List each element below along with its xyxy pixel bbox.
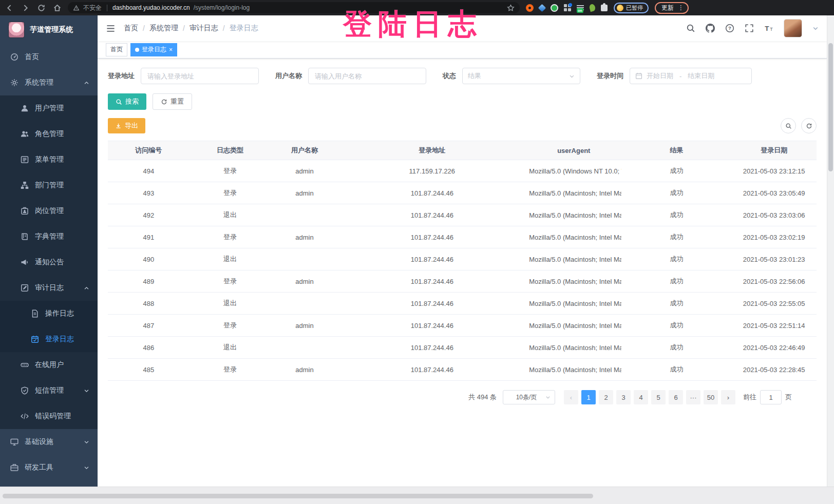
page-button[interactable]: › xyxy=(721,390,735,404)
cell-result: 成功 xyxy=(621,293,731,315)
user-avatar[interactable] xyxy=(784,19,802,37)
sidebar-item[interactable]: 错误码管理 xyxy=(0,403,98,429)
sidebar-item[interactable]: 用户管理 xyxy=(0,95,98,121)
page-button[interactable]: 4 xyxy=(634,390,648,404)
sidebar-item-label: 角色管理 xyxy=(35,129,64,139)
column-header: 日志类型 xyxy=(189,141,271,160)
logo[interactable]: 芋道管理系统 xyxy=(0,15,98,44)
cell-username: admin xyxy=(271,270,338,293)
caret-down-icon[interactable] xyxy=(812,25,819,31)
font-size-icon[interactable]: TT xyxy=(764,24,773,33)
page-button[interactable]: 5 xyxy=(651,390,666,404)
breadcrumb-item[interactable]: / xyxy=(183,24,185,32)
extension-icon-plant[interactable] xyxy=(589,4,596,12)
table-row: 486 退出 101.87.244.46 Mozilla/5.0 (Macint… xyxy=(108,337,817,359)
extension-icon-gem[interactable] xyxy=(538,4,546,12)
sidebar-item[interactable]: 部门管理 xyxy=(0,172,98,198)
horizontal-scrollbar-thumb[interactable] xyxy=(3,494,593,498)
extension-icon-orange[interactable] xyxy=(526,4,534,12)
extension-icon-list[interactable]: on xyxy=(577,5,584,10)
tab[interactable]: 首页 × xyxy=(106,43,127,56)
cell-username: admin xyxy=(271,160,338,182)
sidebar-item-label: 通知公告 xyxy=(35,258,64,267)
tab-label: 登录日志 xyxy=(142,45,166,54)
goto-page-input[interactable] xyxy=(760,390,782,404)
breadcrumb-item[interactable]: 审计日志 xyxy=(189,24,218,33)
reset-button[interactable]: 重置 xyxy=(153,93,192,110)
home-icon[interactable] xyxy=(53,4,62,12)
sidebar-item[interactable]: 研发工具 xyxy=(0,455,98,480)
help-icon[interactable]: ? xyxy=(725,24,734,33)
page-button[interactable]: ‹ xyxy=(564,390,578,404)
hamburger-icon[interactable] xyxy=(106,24,116,33)
book-icon xyxy=(21,232,29,241)
bookmark-star-icon[interactable] xyxy=(507,4,515,12)
page-button[interactable]: 3 xyxy=(616,390,631,404)
breadcrumb-item[interactable]: 登录日志 xyxy=(230,24,258,33)
sidebar-item-label: 错误码管理 xyxy=(35,412,71,421)
sidebar-item[interactable]: 登录日志 xyxy=(0,326,98,352)
sidebar-item[interactable]: 菜单管理 xyxy=(0,147,98,172)
search-button[interactable]: 搜索 xyxy=(108,93,146,110)
sidebar-item[interactable]: 短信管理 xyxy=(0,378,98,403)
fullscreen-icon[interactable] xyxy=(745,24,754,33)
back-icon[interactable] xyxy=(5,4,14,12)
cell-login-address: 101.87.244.46 xyxy=(338,315,526,337)
sidebar-item-label: 登录日志 xyxy=(45,335,74,344)
vertical-scrollbar[interactable] xyxy=(827,15,834,487)
sidebar-item-label: 系统管理 xyxy=(25,78,53,87)
cell-log-type: 退出 xyxy=(189,293,271,315)
page-button[interactable]: ··· xyxy=(686,390,700,404)
page-button[interactable]: 1 xyxy=(581,390,596,404)
breadcrumb-item[interactable]: / xyxy=(223,24,225,32)
breadcrumb-item[interactable]: / xyxy=(143,24,145,32)
sidebar-item[interactable]: 基础设施 xyxy=(0,429,98,455)
forward-icon[interactable] xyxy=(21,4,30,12)
close-icon[interactable]: × xyxy=(169,47,173,53)
address-bar[interactable]: 不安全 dashboard.yudao.iocoder.cn/system/lo… xyxy=(68,2,520,13)
cell-log-type: 退出 xyxy=(189,248,271,270)
chevron-icon xyxy=(84,439,89,445)
sidebar-item[interactable]: 通知公告 xyxy=(0,249,98,275)
page-size-select[interactable]: 10条/页 xyxy=(503,390,555,404)
reload-icon[interactable] xyxy=(37,4,46,12)
status-placeholder: 结果 xyxy=(468,71,569,81)
update-button[interactable]: 更新 ⋮ xyxy=(655,2,689,14)
date-range-picker[interactable]: 开始日期 - 结束日期 xyxy=(630,68,752,84)
horizontal-scrollbar[interactable] xyxy=(0,487,834,504)
download-icon xyxy=(115,123,122,129)
search-icon[interactable] xyxy=(686,24,695,33)
extension-icon-green[interactable] xyxy=(551,4,558,12)
breadcrumb-item[interactable]: 首页 xyxy=(124,24,138,33)
extension-icon-grid[interactable] xyxy=(564,4,571,11)
user-icon xyxy=(21,104,29,112)
sidebar-item[interactable]: 系统管理 xyxy=(0,70,98,95)
browser-chrome: 不安全 dashboard.yudao.iocoder.cn/system/lo… xyxy=(0,0,834,15)
extensions-puzzle-icon[interactable] xyxy=(601,5,608,11)
browser-menu-icon[interactable]: ⋮ xyxy=(678,5,684,10)
refresh-table-button[interactable] xyxy=(801,118,817,133)
form-actions: 搜索 重置 xyxy=(108,93,817,110)
address-input[interactable] xyxy=(141,68,259,84)
breadcrumb-item[interactable]: 系统管理 xyxy=(149,24,178,33)
tab[interactable]: 登录日志 × xyxy=(130,43,177,56)
toggle-search-button[interactable] xyxy=(781,118,796,133)
export-button[interactable]: 导出 xyxy=(108,118,145,133)
sidebar-item[interactable]: 首页 xyxy=(0,44,98,70)
status-select[interactable]: 结果 xyxy=(462,68,580,84)
username-input[interactable] xyxy=(308,68,426,84)
page-button[interactable]: 50 xyxy=(704,390,718,404)
sidebar-item[interactable]: 字典管理 xyxy=(0,224,98,249)
paused-profile-pill[interactable]: 已暂停 xyxy=(614,3,649,13)
page-button[interactable]: 6 xyxy=(669,390,683,404)
vertical-scrollbar-thumb[interactable] xyxy=(828,43,833,171)
sidebar-item[interactable]: 审计日志 xyxy=(0,275,98,301)
dashboard-icon xyxy=(10,53,18,61)
cell-login-address: 117.159.17.226 xyxy=(338,160,526,182)
github-icon[interactable] xyxy=(706,24,715,33)
sidebar-item[interactable]: 岗位管理 xyxy=(0,198,98,224)
sidebar-item[interactable]: 角色管理 xyxy=(0,121,98,147)
sidebar-item[interactable]: 操作日志 xyxy=(0,301,98,326)
sidebar-item[interactable]: 在线用户 xyxy=(0,352,98,378)
page-button[interactable]: 2 xyxy=(599,390,613,404)
